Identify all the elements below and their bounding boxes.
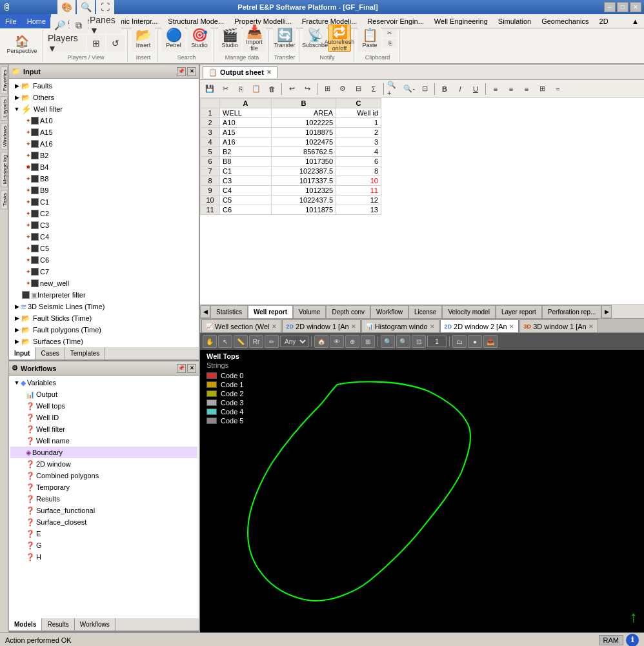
tree-var-welltops[interactable]: ❓ Well tops bbox=[10, 400, 197, 412]
tree-item-b4[interactable]: ✸ B4 bbox=[10, 161, 197, 173]
cell-b6[interactable]: 1017350 bbox=[272, 157, 336, 167]
tree-item-c4[interactable]: ✦ C4 bbox=[10, 231, 197, 243]
checkbox-a16[interactable] bbox=[31, 140, 39, 148]
window-tab-3d1[interactable]: 3D 3D window 1 [An ✕ bbox=[519, 319, 598, 332]
side-tab-layouts[interactable]: Layouts bbox=[1, 96, 8, 121]
align-center-btn[interactable]: ≡ bbox=[504, 82, 518, 96]
tree-var-surfacefunc[interactable]: ❓ Surface_functional bbox=[10, 505, 197, 516]
tree-item-b2[interactable]: ✦ B2 bbox=[10, 150, 197, 161]
pick-btn[interactable]: Rr bbox=[249, 335, 263, 348]
select-tool-btn[interactable]: ✋ bbox=[203, 335, 217, 348]
zoom-out-btn[interactable]: 🔍- bbox=[402, 82, 416, 96]
cell-b10[interactable]: 1022437.5 bbox=[272, 196, 336, 205]
visual-filters-button[interactable]: 🔍 bbox=[77, 0, 95, 15]
tab-nav-left[interactable]: ◀ bbox=[200, 305, 210, 318]
tree-item-c5[interactable]: ✦ C5 bbox=[10, 243, 197, 254]
workflows-pin[interactable]: 📌 bbox=[177, 364, 186, 373]
menu-file[interactable]: File bbox=[0, 14, 22, 28]
cell-a10[interactable]: C5 bbox=[220, 196, 272, 205]
zoomin-view-btn[interactable]: 🔍 bbox=[381, 335, 395, 348]
maximize-button[interactable]: □ bbox=[617, 2, 629, 12]
tree-item-b9[interactable]: ✦ B9 bbox=[10, 185, 197, 196]
tree-var-wellname[interactable]: ❓ Well name bbox=[10, 435, 197, 447]
tab-depthconv[interactable]: Depth conv bbox=[326, 305, 370, 318]
tab-statistics[interactable]: Statistics bbox=[210, 305, 248, 318]
menu-simulation[interactable]: Simulation bbox=[493, 14, 536, 28]
perspective-button[interactable]: 🏠 Perspective bbox=[4, 28, 40, 61]
tab-templates[interactable]: Templates bbox=[65, 347, 106, 359]
checkbox-interpfilter[interactable] bbox=[22, 291, 30, 299]
zoomfit-view-btn[interactable]: ⊡ bbox=[412, 335, 426, 348]
cell-a5[interactable]: B2 bbox=[220, 147, 272, 157]
cell-b4[interactable]: 1022475 bbox=[272, 137, 336, 147]
tree-var-2dwindow[interactable]: ❓ 2D window bbox=[10, 458, 197, 470]
align-left-btn[interactable]: ≡ bbox=[488, 82, 503, 96]
window-controls[interactable]: ─ □ ✕ bbox=[604, 2, 641, 12]
fill-btn[interactable]: ≈ bbox=[550, 82, 565, 96]
close-button[interactable]: ✕ bbox=[630, 2, 641, 12]
info-button[interactable]: ℹ bbox=[626, 634, 639, 647]
checkbox-b8[interactable] bbox=[31, 175, 39, 183]
paste-button[interactable]: 📋Paste bbox=[358, 25, 381, 52]
checkbox-c6[interactable] bbox=[31, 256, 39, 264]
cut-button[interactable]: ✂ bbox=[383, 28, 397, 37]
checkbox-newwell[interactable] bbox=[31, 279, 39, 287]
cell-c6[interactable]: 6 bbox=[336, 157, 381, 167]
undo-btn[interactable]: ↩ bbox=[285, 82, 299, 96]
checkbox-c5[interactable] bbox=[31, 245, 39, 252]
pin-button[interactable]: 📌 bbox=[177, 67, 186, 76]
tree-item-newwell[interactable]: ✦ new_well bbox=[10, 278, 197, 289]
menu-2d[interactable]: 2D bbox=[594, 14, 614, 28]
workflows-tree[interactable]: ▼ ◆ Variables 📊 Output ❓ Well tops ❓ bbox=[9, 376, 199, 618]
measure-btn[interactable]: 📏 bbox=[234, 335, 248, 348]
mark-btn[interactable]: ● bbox=[468, 335, 482, 348]
cell-c8[interactable]: 10 bbox=[336, 176, 381, 186]
tree-var-g[interactable]: ❓ G bbox=[10, 540, 197, 551]
panes-button[interactable]: Panes ▼ bbox=[89, 17, 121, 34]
side-tab-tasks[interactable]: Tasks bbox=[1, 190, 8, 209]
checkbox-a10[interactable] bbox=[31, 117, 39, 125]
cell-a1[interactable]: WELL bbox=[220, 108, 272, 118]
tree-item-c2[interactable]: ✦ C2 bbox=[10, 208, 197, 219]
tab-input[interactable]: Input bbox=[9, 347, 35, 359]
tree-item-a10[interactable]: ✦ A10 bbox=[10, 115, 197, 126]
cell-c5[interactable]: 4 bbox=[336, 147, 381, 157]
checkbox-b4[interactable] bbox=[31, 163, 39, 171]
tree-variables-group[interactable]: ▼ ◆ Variables bbox=[10, 377, 197, 389]
checkbox-c1[interactable] bbox=[31, 198, 39, 206]
cell-c1[interactable]: Well id bbox=[336, 108, 381, 118]
tree-item-c3[interactable]: ✦ C3 bbox=[10, 219, 197, 231]
cell-c9[interactable]: 11 bbox=[336, 186, 381, 196]
window-tab-histogram[interactable]: 📊 Histogram windo ✕ bbox=[361, 319, 439, 332]
insert-button[interactable]: 📂Insert bbox=[132, 25, 155, 52]
cell-a8[interactable]: C3 bbox=[220, 176, 272, 186]
cell-c3[interactable]: 2 bbox=[336, 128, 381, 137]
cell-b5[interactable]: 856762.5 bbox=[272, 147, 336, 157]
sheet-more-btn[interactable]: ⊟ bbox=[351, 82, 365, 96]
tool-palette-button[interactable]: 🎨 bbox=[57, 0, 75, 15]
tab-models[interactable]: Models bbox=[9, 618, 42, 631]
tab-velocitymodel[interactable]: Velocity model bbox=[442, 305, 495, 318]
side-tab-windows[interactable]: Windows bbox=[1, 123, 8, 150]
italic-btn[interactable]: I bbox=[453, 82, 467, 96]
tree-var-wellid[interactable]: ❓ Well ID bbox=[10, 412, 197, 423]
cell-a9[interactable]: C4 bbox=[220, 186, 272, 196]
borders-btn[interactable]: ⊞ bbox=[535, 82, 549, 96]
cell-c2[interactable]: 1 bbox=[336, 118, 381, 128]
house-btn[interactable]: 🏠 bbox=[314, 335, 328, 348]
sheet-options-btn[interactable]: ⚙ bbox=[336, 82, 350, 96]
tree-item-a16[interactable]: ✦ A16 bbox=[10, 138, 197, 150]
insert-row-btn[interactable]: ⊞ bbox=[320, 82, 334, 96]
cell-a2[interactable]: A10 bbox=[220, 118, 272, 128]
window-tab-2d2[interactable]: 2D 2D window 2 [An ✕ bbox=[440, 319, 519, 332]
input-panel-close[interactable]: ✕ bbox=[187, 67, 196, 76]
cell-a11[interactable]: C6 bbox=[220, 205, 272, 215]
tab-license[interactable]: License bbox=[408, 305, 442, 318]
import-button[interactable]: 📥Importfile bbox=[243, 25, 266, 52]
cell-a3[interactable]: A15 bbox=[220, 128, 272, 137]
side-tab-favorites[interactable]: Favorites bbox=[1, 66, 8, 94]
tree-item-interpfilter[interactable]: ▣ Interpreter filter bbox=[10, 289, 197, 301]
tab-perforation[interactable]: Perforation rep... bbox=[542, 305, 601, 318]
tree-item-faultpoly[interactable]: ▶ 📂 Fault polygons (Time) bbox=[10, 324, 197, 336]
tree-item-c7[interactable]: ✦ C7 bbox=[10, 266, 197, 278]
